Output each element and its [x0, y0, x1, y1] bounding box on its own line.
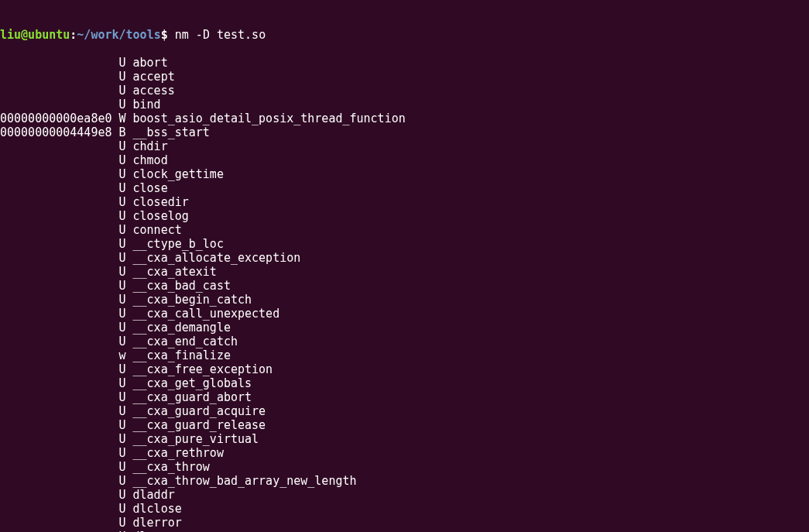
symbol-name: chmod [133, 153, 168, 167]
symbol-name: closelog [133, 209, 189, 223]
symbol-name: __cxa_call_unexpected [133, 307, 280, 321]
symbol-address [0, 195, 111, 209]
symbol-address [0, 153, 111, 167]
symbol-type: U [119, 335, 126, 348]
symbol-type: U [119, 195, 126, 209]
symbol-address [0, 404, 111, 418]
symbol-type: U [119, 70, 126, 84]
symbol-address [0, 390, 111, 404]
symbol-address [0, 70, 111, 84]
symbol-address [0, 293, 111, 307]
symbol-type: U [119, 474, 126, 488]
symbol-address [0, 502, 111, 516]
symbol-name: __cxa_get_globals [133, 376, 252, 390]
symbol-type: w [119, 348, 126, 362]
symbol-name: __cxa_free_exception [133, 362, 273, 376]
symbol-name: access [133, 84, 175, 98]
symbol-name: dlerror [133, 516, 182, 530]
symbol-name: dladdr [133, 488, 175, 502]
nm-row: U __cxa_guard_abort [0, 390, 809, 404]
symbol-address: 00000000000ea8e0 [0, 112, 111, 125]
nm-row: U __cxa_rethrow [0, 446, 809, 460]
nm-row: U connect [0, 223, 809, 237]
symbol-type: U [119, 293, 126, 307]
nm-row: U __cxa_pure_virtual [0, 432, 809, 446]
symbol-type: U [119, 376, 126, 390]
symbol-type: U [119, 56, 126, 70]
nm-row: U __cxa_guard_acquire [0, 404, 809, 418]
nm-row: U __ctype_b_loc [0, 237, 809, 251]
symbol-type: U [119, 502, 126, 516]
nm-row: w __cxa_finalize [0, 348, 809, 362]
symbol-type: U [119, 321, 126, 335]
symbol-name: __cxa_guard_release [133, 418, 266, 432]
symbol-type: U [119, 223, 126, 237]
symbol-name: __cxa_allocate_exception [133, 251, 301, 265]
prompt-separator: : [70, 28, 77, 42]
symbol-address [0, 307, 111, 321]
symbol-type: U [119, 460, 126, 474]
symbol-address [0, 139, 111, 153]
symbol-name: boost_asio_detail_posix_thread_function [133, 112, 406, 125]
nm-row: U __cxa_throw [0, 460, 809, 474]
symbol-type: U [119, 251, 126, 265]
nm-row: U dladdr [0, 488, 809, 502]
nm-row: U close [0, 181, 809, 195]
symbol-address [0, 279, 111, 293]
symbol-address [0, 223, 111, 237]
symbol-type: U [119, 139, 126, 153]
nm-row: U __cxa_guard_release [0, 418, 809, 432]
command-input[interactable]: nm -D test.so [175, 28, 266, 42]
symbol-name: __cxa_atexit [133, 265, 217, 279]
symbol-type: U [119, 84, 126, 98]
nm-row: U __cxa_begin_catch [0, 293, 809, 307]
symbol-address [0, 98, 111, 112]
symbol-address [0, 56, 111, 70]
symbol-name: abort [133, 56, 168, 70]
symbol-type: U [119, 209, 126, 223]
nm-row: U __cxa_throw_bad_array_new_length [0, 474, 809, 488]
symbol-name: __cxa_guard_acquire [133, 404, 266, 418]
symbol-address [0, 362, 111, 376]
symbol-type: U [119, 307, 126, 321]
nm-row: U chmod [0, 153, 809, 167]
symbol-name: __cxa_rethrow [133, 446, 224, 460]
symbol-name: close [133, 181, 168, 195]
nm-row: U dlerror [0, 516, 809, 530]
nm-row: U closelog [0, 209, 809, 223]
symbol-type: U [119, 418, 126, 432]
symbol-type: U [119, 404, 126, 418]
terminal[interactable]: liu@ubuntu:~/work/tools$ nm -D test.so U… [0, 14, 809, 532]
symbol-name: __ctype_b_loc [133, 237, 224, 251]
symbol-name: closedir [133, 195, 189, 209]
symbol-name: __cxa_end_catch [133, 335, 238, 348]
symbol-address [0, 181, 111, 195]
symbol-name: clock_gettime [133, 167, 224, 181]
symbol-address [0, 376, 111, 390]
symbol-type: U [119, 390, 126, 404]
symbol-type: U [119, 279, 126, 293]
symbol-address [0, 209, 111, 223]
nm-row: U __cxa_call_unexpected [0, 307, 809, 321]
symbol-type: U [119, 265, 126, 279]
symbol-address [0, 348, 111, 362]
symbol-address [0, 516, 111, 530]
nm-row: U closedir [0, 195, 809, 209]
nm-row: U __cxa_demangle [0, 321, 809, 335]
symbol-address [0, 265, 111, 279]
symbol-address [0, 460, 111, 474]
symbol-name: __bss_start [133, 125, 210, 139]
symbol-name: __cxa_pure_virtual [133, 432, 259, 446]
symbol-address [0, 84, 111, 98]
nm-row: 00000000000ea8e0 W boost_asio_detail_pos… [0, 112, 809, 125]
symbol-type: U [119, 488, 126, 502]
nm-row: U __cxa_get_globals [0, 376, 809, 390]
symbol-type: U [119, 153, 126, 167]
nm-row: U clock_gettime [0, 167, 809, 181]
nm-row: U dlclose [0, 502, 809, 516]
symbol-type: W [119, 112, 126, 125]
symbol-type: B [119, 125, 126, 139]
prompt-dollar: $ [161, 28, 175, 42]
symbol-name: dlclose [133, 502, 182, 516]
symbol-address [0, 237, 111, 251]
